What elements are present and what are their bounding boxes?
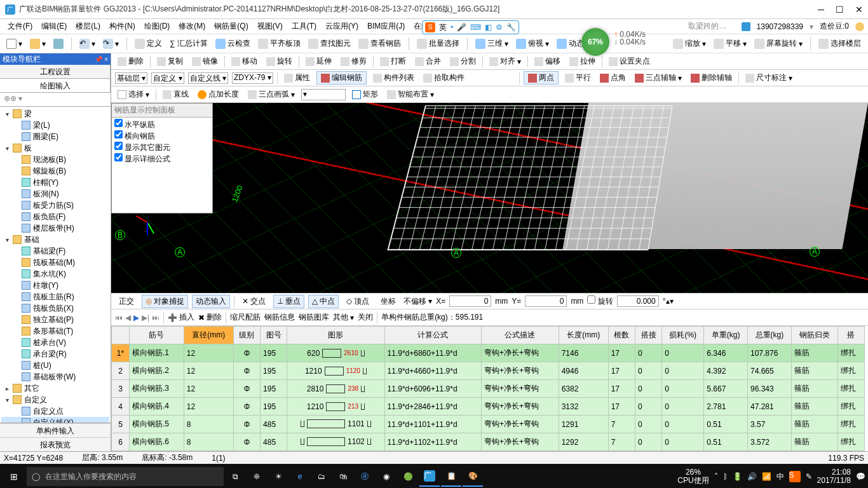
twopoint-button[interactable]: 两点 (524, 71, 559, 85)
component-tree[interactable]: ▾梁梁(L)圈梁(E)▾板现浇板(B)螺旋板(B)柱帽(Y)板洞(N)板受力筋(… (0, 107, 111, 423)
prop-button[interactable]: 属性 (281, 72, 313, 84)
stretch-button[interactable]: 拉伸 (567, 55, 598, 67)
sidebar-tab-report[interactable]: 报表预览 (0, 437, 111, 451)
menu-cloud[interactable]: 云应用(Y) (322, 20, 362, 33)
ime-settings-icon[interactable]: ⚙ (496, 23, 503, 32)
tray-ink-icon[interactable]: ✎ (806, 472, 812, 481)
task-app-icon[interactable]: 广 (419, 466, 440, 487)
grid-other[interactable]: 其他▾ (333, 312, 354, 323)
menu-rebar[interactable]: 钢筋量(Q) (210, 20, 252, 33)
arc3-button[interactable]: 三点画弧▾ (245, 88, 297, 100)
table-row[interactable]: 6横向钢筋.68Φ485110211.9*d+1102+11.9*d弯钩+净长+… (112, 433, 865, 451)
rect-button[interactable]: 矩形 (349, 88, 381, 100)
pick-button[interactable]: 拾取构件 (421, 72, 467, 84)
col-header[interactable]: 根数 (608, 327, 635, 344)
tree-node[interactable]: 柱墩(Y) (1, 280, 109, 291)
tray-vol-icon[interactable]: 🔊 (747, 472, 757, 481)
taskbar-search[interactable]: ◯ 在这里输入你要搜索的内容 (27, 467, 224, 486)
save-button[interactable] (51, 37, 66, 50)
col-header[interactable]: 总重(kg) (748, 327, 792, 344)
ime-lang[interactable]: 英 (439, 22, 447, 33)
menu-view[interactable]: 视图(V) (254, 20, 287, 33)
rebar-table[interactable]: 筋号直径(mm)级别图号图形计算公式公式描述长度(mm)根数搭接损耗(%)单重(… (111, 326, 868, 451)
threeaux-button[interactable]: 三点辅轴▾ (632, 72, 684, 84)
tray-clock[interactable]: 21:082017/11/8 (817, 468, 851, 485)
x-input[interactable] (449, 295, 491, 307)
tree-node[interactable]: 自定义点 (1, 405, 109, 417)
pointang-button[interactable]: 点角 (597, 72, 628, 84)
tree-node[interactable]: ▾自定义 (1, 394, 109, 405)
task-swirl-icon[interactable]: ❊ (247, 466, 267, 487)
ime-tool-icon[interactable]: 🔧 (506, 23, 516, 32)
credit-icon[interactable] (855, 22, 864, 31)
grid-rebarlib[interactable]: 钢筋图库 (299, 312, 329, 323)
tree-node[interactable]: 梁(L) (1, 119, 109, 131)
tray-wifi-icon[interactable]: 📶 (762, 472, 771, 481)
open-button[interactable]: ▾ (27, 37, 48, 50)
menu-modify[interactable]: 修改(M) (175, 20, 209, 33)
tree-node[interactable]: 圈梁(E) (1, 131, 109, 142)
tray-ime-lang[interactable]: 中 (776, 471, 784, 482)
menu-component[interactable]: 构件(N) (105, 20, 139, 33)
task-360-icon[interactable]: 🟢 (398, 466, 418, 487)
display-option[interactable]: 横向钢筋 (114, 130, 210, 142)
extend-button[interactable]: 延伸 (303, 55, 334, 67)
user-id[interactable]: 13907298339 (757, 22, 803, 31)
windows-taskbar[interactable]: ⊞ ◯ 在这里输入你要搜索的内容 ⧉ ❊ ☀ e 🗂 🛍 ⓔ ◉ 🟢 广 📋 🎨… (0, 464, 868, 488)
display-option[interactable]: 水平纵筋 (114, 119, 210, 130)
undo-button[interactable]: ↶▾ (77, 37, 98, 50)
lookdown-button[interactable]: 俯视▾ (513, 37, 552, 50)
menu-floor[interactable]: 楼层(L) (72, 20, 104, 33)
task-chrome-icon[interactable]: ◉ (376, 466, 397, 487)
viewrebar-button[interactable]: 查看钢筋 (356, 37, 403, 50)
maximize-button[interactable]: ☐ (836, 4, 844, 15)
sidebar-tab-single[interactable]: 单构件输入 (0, 423, 111, 437)
task-ie-icon[interactable]: ⓔ (355, 466, 375, 487)
new-button[interactable]: ▾ (4, 37, 25, 50)
snap-vertex[interactable]: ◇ 顶点 (342, 295, 373, 308)
merge-button[interactable]: 合并 (412, 55, 444, 67)
grid-scalematch[interactable]: 缩尺配筋 (230, 312, 261, 323)
cat-combo[interactable]: 自定义 ▾ (151, 72, 184, 84)
col-header[interactable] (112, 327, 130, 344)
snap-inter[interactable]: ✕ 交点 (238, 295, 269, 308)
3d-button[interactable]: 三维▾ (473, 37, 511, 50)
minimize-button[interactable]: ─ (818, 4, 824, 15)
tree-node[interactable]: 螺旋板(B) (1, 165, 109, 177)
tree-node[interactable]: 基础板带(W) (1, 371, 109, 383)
tree-node[interactable]: 筏板主筋(R) (1, 291, 109, 302)
move-button[interactable]: 移动 (229, 55, 260, 67)
tree-node[interactable]: ▾板 (1, 142, 109, 154)
close-button[interactable]: ✕ (855, 4, 863, 15)
tree-node[interactable]: 承台梁(R) (1, 348, 109, 360)
col-header[interactable]: 直径(mm) (184, 327, 233, 344)
tree-node[interactable]: 板洞(N) (1, 188, 109, 200)
tree-node[interactable]: 独立基础(P) (1, 314, 109, 325)
sogou-icon[interactable]: S (425, 22, 435, 32)
ime-toolbar[interactable]: S 英 • 🎤 ⌨ ◧ ⚙ 🔧 (422, 20, 519, 34)
grid-close[interactable]: 关闭 (358, 312, 373, 323)
break-button[interactable]: 打断 (377, 55, 409, 67)
flatroof-button[interactable]: 平齐板顶 (255, 37, 303, 50)
tree-node[interactable]: 桩(U) (1, 360, 109, 371)
rotate-input[interactable] (617, 295, 659, 307)
task-weather-icon[interactable]: ☀ (268, 466, 288, 487)
menu-edit[interactable]: 编辑(E) (37, 20, 71, 33)
rotate-stepper[interactable]: °▴▾ (663, 297, 674, 306)
table-row[interactable]: 3横向钢筋.312Φ195281023811.9*d+6096+11.9*d弯钩… (112, 380, 865, 398)
grid-delete[interactable]: ✖ 删除 (198, 312, 222, 323)
tree-node[interactable]: ▸其它 (1, 383, 109, 394)
floor-combo[interactable]: 基础层 ▾ (115, 72, 147, 84)
rotate-button[interactable]: 旋转 (264, 55, 295, 67)
task-store-icon[interactable]: 🛍 (333, 466, 353, 487)
ortho-toggle[interactable]: 正交 (115, 295, 138, 308)
y-input[interactable] (525, 295, 567, 307)
col-header[interactable]: 单重(kg) (704, 327, 748, 344)
grid-insert[interactable]: ➕ 插入 (168, 312, 194, 323)
tree-node[interactable]: ▾基础 (1, 234, 109, 245)
display-option[interactable]: 显示详细公式 (114, 153, 210, 165)
col-header[interactable]: 损耗(%) (662, 327, 704, 344)
tree-node[interactable]: 筏板基础(M) (1, 257, 109, 268)
nav-first-icon[interactable]: ⏮ (115, 313, 123, 322)
snap-perp[interactable]: ⊥ 垂点 (273, 295, 304, 308)
